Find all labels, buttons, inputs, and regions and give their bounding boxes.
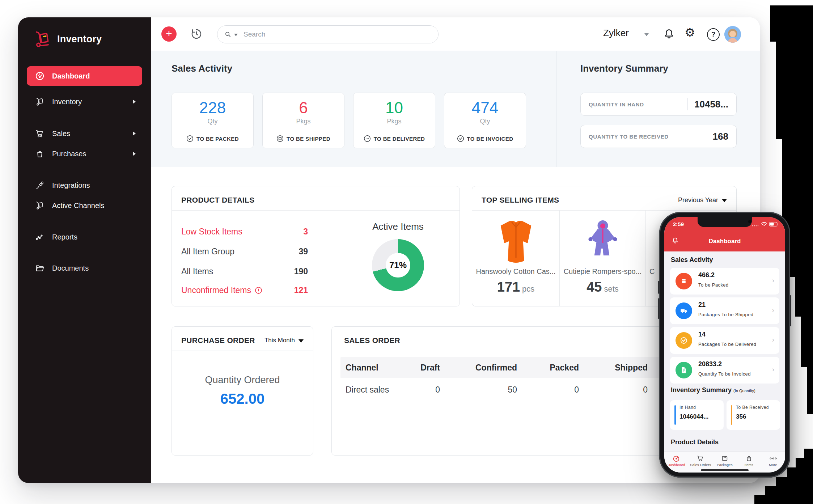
shopping-bag-icon [35, 149, 45, 159]
speedometer-icon [664, 454, 689, 463]
info-icon[interactable] [255, 287, 262, 294]
org-switcher[interactable]: Zylker [603, 27, 629, 39]
metric-unit: Pkgs [263, 118, 344, 125]
phone-to-be-received-card[interactable]: To Be Received 356 [727, 400, 780, 430]
caret-down-icon [722, 199, 727, 202]
volume-up-button [658, 281, 660, 294]
to-be-packed-card[interactable]: 228 Qty TO BE PACKED [172, 93, 254, 148]
chevron-right-icon [133, 99, 136, 104]
cart-icon [689, 454, 713, 463]
sidebar-item-dashboard[interactable]: Dashboard [27, 66, 142, 86]
quantity-to-be-received-row: QUANTITY TO BE RECEIVED 168 [580, 125, 737, 148]
metric-value: 474 [444, 99, 526, 117]
app-logo[interactable]: Inventory [33, 30, 102, 48]
sidebar-item-label: Inventory [52, 98, 82, 106]
phone-to-be-packed-card[interactable]: 466.2 To be Packed › [670, 268, 779, 295]
history-icon[interactable] [190, 27, 203, 41]
low-stock-items-row[interactable]: Low Stock Items 3 [181, 227, 308, 237]
avatar[interactable] [724, 26, 741, 43]
unconfirmed-items-row[interactable]: Unconfirmed Items 121 [181, 285, 308, 295]
more-dots-icon [761, 454, 785, 463]
purchase-order-card: PURCHASE ORDER This Month Quantity Order… [172, 326, 313, 456]
check-circle-icon [457, 135, 464, 142]
top-item-1[interactable]: Hanswooly Cotton Cas... 171pcs [472, 210, 559, 306]
package-icon [676, 273, 692, 289]
column-header: Packed [528, 357, 579, 378]
phone-tab-dashboard[interactable]: Dashboard [664, 452, 689, 473]
to-be-invoiced-card[interactable]: 474 Qty TO BE INVOICED [444, 93, 526, 148]
to-be-shipped-card[interactable]: 6 Pkgs TO BE SHIPPED [262, 93, 344, 148]
phone-to-be-invoiced-card[interactable]: 20833.2 Quantity To be Invoiced › [670, 357, 779, 384]
all-items-row[interactable]: All Items 190 [181, 267, 308, 276]
phone-mockup: 2:59 Dashboard Sales Activity [659, 212, 790, 478]
home-indicator[interactable] [701, 469, 749, 471]
phone-to-be-delivered-card[interactable]: 14 Packages To be Delivered › [670, 327, 779, 354]
all-item-group-row[interactable]: All Item Group 39 [181, 247, 308, 257]
metric-unit: Qty [172, 118, 253, 125]
cardigan-image [472, 216, 559, 265]
column-header: Shipped [597, 357, 648, 378]
page: Inventory Dashboard Inventory [0, 0, 813, 504]
caret-down-icon [298, 339, 304, 343]
column-header: Channel [346, 357, 378, 378]
truck-icon [676, 302, 692, 319]
phone-to-be-shipped-card[interactable]: 21 Packages To be Shipped › [670, 297, 779, 324]
search-input[interactable] [243, 30, 432, 39]
divider [172, 351, 313, 351]
sidebar-item-documents[interactable]: Documents [27, 259, 142, 277]
period-filter[interactable]: This Month [264, 337, 304, 344]
phone-sales-activity-title: Sales Activity [671, 256, 713, 264]
metric-value: 228 [172, 99, 253, 117]
summary-value: 168 [713, 131, 728, 142]
help-icon[interactable]: ? [707, 28, 720, 41]
search-scope-caret-icon[interactable] [234, 34, 238, 36]
phone-in-hand-card[interactable]: In Hand 1046044... [670, 400, 724, 430]
line-chart-icon [35, 232, 45, 242]
card-title: TOP SELLING ITEMS [482, 196, 559, 204]
sidebar-item-integrations[interactable]: Integrations [27, 177, 142, 194]
add-button[interactable]: + [161, 26, 177, 42]
metric-label: TO BE INVOICED [467, 136, 513, 142]
cart-icon [35, 128, 45, 139]
battery-icon [769, 222, 779, 226]
item-unit: sets [604, 284, 618, 293]
summary-label: QUANTITY TO BE RECEIVED [589, 134, 669, 140]
search-bar[interactable] [217, 25, 439, 43]
item-qty: 171 [497, 279, 520, 295]
app-title: Inventory [57, 34, 102, 45]
accent-bar [674, 405, 676, 425]
metric-value: 6 [263, 99, 344, 117]
sidebar-item-purchases[interactable]: Purchases [27, 145, 142, 162]
metric-value: 10 [353, 99, 435, 117]
search-icon [224, 30, 232, 38]
item-qty: 45 [587, 279, 602, 295]
signal-icon [752, 222, 759, 226]
column-header: Confirmed [466, 357, 517, 378]
chevron-right-icon: › [772, 336, 774, 344]
sidebar-item-sales[interactable]: Sales [27, 125, 142, 142]
accent-bar [731, 405, 732, 425]
card-title: PRODUCT DETAILS [181, 196, 254, 204]
top-item-2[interactable]: Cutiepie Rompers-spo... 45sets [560, 210, 645, 306]
sidebar-item-reports[interactable]: Reports [27, 228, 142, 246]
phone-nav-title: Dashboard [664, 238, 785, 245]
donut-percent: 71% [372, 239, 424, 291]
sidebar-item-inventory[interactable]: Inventory [27, 93, 142, 110]
sidebar-item-label: Documents [52, 264, 89, 272]
to-be-delivered-card[interactable]: 10 Pkgs TO BE DELIVERED [353, 93, 435, 148]
metric-label: TO BE SHIPPED [287, 136, 330, 142]
metric-label: Quantity Ordered [172, 374, 313, 386]
divider [687, 98, 688, 110]
chevron-down-icon[interactable] [644, 33, 649, 36]
handtruck-icon [35, 200, 45, 211]
sidebar-item-active-channels[interactable]: Active Channels [27, 197, 142, 214]
gear-icon[interactable]: ⚙ [685, 26, 698, 39]
bell-icon[interactable] [662, 27, 676, 41]
phone-tab-more[interactable]: More [761, 452, 785, 473]
sidebar-item-label: Dashboard [52, 72, 90, 80]
period-filter[interactable]: Previous Year [678, 196, 727, 204]
inventory-summary-title: Inventory Summary [580, 63, 668, 74]
active-items-label: Active Items [355, 221, 441, 232]
chevron-right-icon: › [772, 365, 774, 373]
sidebar-item-label: Integrations [52, 181, 90, 190]
